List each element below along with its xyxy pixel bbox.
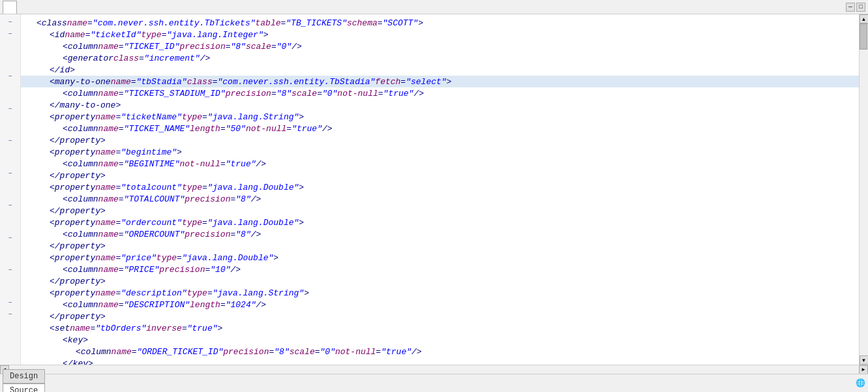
collapse-icon[interactable]: −: [8, 71, 12, 83]
attr-value-token: "java.lang.String": [213, 288, 304, 298]
attr-name-token: fetch: [375, 77, 400, 87]
attr-name-token: name: [95, 112, 115, 122]
code-area[interactable]: <class name="com.never.ssh.entity.TbTick…: [21, 14, 859, 365]
attr-value-token: "ordercount": [121, 218, 182, 228]
collapse-icon[interactable]: −: [8, 104, 12, 115]
attr-value-token: "TICKET_NAME": [124, 124, 190, 134]
attr-value-token: "ticketName": [121, 112, 182, 122]
scrollbar-thumb-area: [860, 23, 868, 355]
tag-token: <property: [50, 183, 95, 192]
scroll-up-arrow[interactable]: ▲: [860, 14, 869, 23]
gutter-line[interactable]: −: [0, 309, 20, 321]
gutter-line[interactable]: −: [0, 17, 20, 29]
tag-token: </property>: [50, 312, 106, 322]
attr-name-token: class: [113, 53, 139, 63]
attr-name-token: class: [187, 77, 213, 87]
punct-token: =: [115, 288, 121, 298]
punct-token: =: [115, 147, 121, 157]
collapse-icon[interactable]: −: [8, 233, 12, 245]
attr-value-token: "SCOTT": [383, 18, 419, 28]
tag-token: </property>: [50, 206, 106, 216]
attr-name-token: name: [98, 42, 119, 52]
code-line: </property>: [21, 170, 859, 181]
attr-value-token: "8": [235, 230, 250, 239]
punct-token: =: [230, 230, 235, 239]
punct-token: =: [119, 89, 124, 98]
attr-value-token: "ORDERCOUNT": [124, 230, 185, 239]
punct-token: =: [378, 18, 383, 28]
collapse-icon[interactable]: −: [8, 200, 12, 212]
attr-name-token: type: [182, 183, 202, 192]
collapse-icon[interactable]: −: [8, 29, 12, 40]
horizontal-scrollbar[interactable]: ◄ ►: [0, 365, 868, 374]
vertical-scrollbar[interactable]: ▲ ▼: [859, 14, 868, 365]
attr-value-token: "8": [274, 347, 289, 357]
collapse-icon[interactable]: −: [8, 297, 12, 309]
tag-token: />: [412, 347, 422, 357]
gutter-line[interactable]: −: [0, 104, 20, 115]
gutter-line[interactable]: −: [0, 265, 20, 277]
attr-value-token: "description": [121, 288, 187, 298]
gutter-line: [0, 222, 20, 233]
punct-token: =: [269, 347, 274, 357]
attr-value-token: "1024": [226, 300, 256, 310]
collapse-icon[interactable]: −: [8, 17, 12, 29]
attr-value-token: "TOTALCOUNT": [124, 194, 185, 204]
gutter-line: [0, 61, 20, 72]
gutter-line[interactable]: −: [0, 200, 20, 212]
attr-value-token: "java.lang.Double": [182, 253, 273, 263]
code-line: <column name="PRICE" precision="10" />: [21, 264, 859, 275]
collapse-icon[interactable]: −: [8, 168, 12, 180]
editor-tab[interactable]: [3, 1, 17, 14]
gutter-line[interactable]: −: [0, 29, 20, 40]
editor-container: −−−−−−−−−−− <class name="com.never.ssh.e…: [0, 14, 868, 365]
gutter-line[interactable]: −: [0, 168, 20, 180]
gutter-line: [0, 277, 20, 287]
attr-value-token: "BEGINTIME": [124, 159, 180, 169]
tag-token: <property: [50, 112, 95, 122]
status-tab-design[interactable]: Design: [3, 369, 45, 384]
gutter-line[interactable]: −: [0, 136, 20, 147]
code-line: </property>: [21, 134, 859, 146]
attr-name-token: precision: [185, 230, 230, 239]
tag-token: <column: [63, 194, 98, 204]
tag-token: >: [304, 288, 309, 298]
code-line: <generator class="increment" />: [21, 52, 859, 64]
attr-value-token: "PRICE": [124, 265, 160, 275]
attr-value-token: "com.never.ssh.entity.TbStadia": [218, 77, 376, 87]
punct-token: =: [202, 112, 207, 122]
code-line: </many-to-one>: [21, 99, 859, 111]
tag-token: >: [299, 218, 304, 228]
scroll-down-arrow[interactable]: ▼: [860, 355, 869, 365]
code-line: <property name="begintime">: [21, 146, 859, 158]
gutter-line: [0, 158, 20, 168]
scrollbar-thumb[interactable]: [860, 23, 867, 50]
punct-token: =: [115, 253, 121, 263]
attr-name-token: schema: [347, 18, 378, 28]
tag-token: <column: [76, 347, 112, 357]
status-tab-source[interactable]: Source: [3, 384, 45, 393]
attr-value-token: "DESCRIPTION": [124, 300, 190, 310]
gutter-line[interactable]: −: [0, 71, 20, 83]
collapse-icon[interactable]: −: [8, 309, 12, 321]
tag-token: </key>: [63, 359, 93, 365]
attr-name-token: type: [187, 288, 207, 298]
gutter-line[interactable]: −: [0, 233, 20, 245]
gutter-line[interactable]: −: [0, 297, 20, 309]
punct-token: =: [220, 124, 226, 134]
code-line: <id name="ticketId" type="java.lang.Inte…: [21, 29, 859, 40]
minimize-button[interactable]: ─: [846, 3, 855, 12]
tag-token: <column: [63, 42, 98, 52]
gutter-line: [0, 212, 20, 222]
tag-token: <property: [50, 147, 95, 157]
attr-value-token: "java.lang.String": [207, 112, 299, 122]
gutter-line: [0, 342, 20, 352]
maximize-button[interactable]: □: [856, 3, 865, 12]
attr-name-token: name: [98, 194, 119, 204]
collapse-icon[interactable]: −: [8, 136, 12, 147]
tag-token: />: [251, 230, 262, 239]
scroll-right-arrow[interactable]: ►: [859, 365, 868, 374]
collapse-icon[interactable]: −: [8, 265, 12, 277]
tag-token: >: [177, 147, 182, 157]
attr-name-token: precision: [226, 89, 271, 98]
